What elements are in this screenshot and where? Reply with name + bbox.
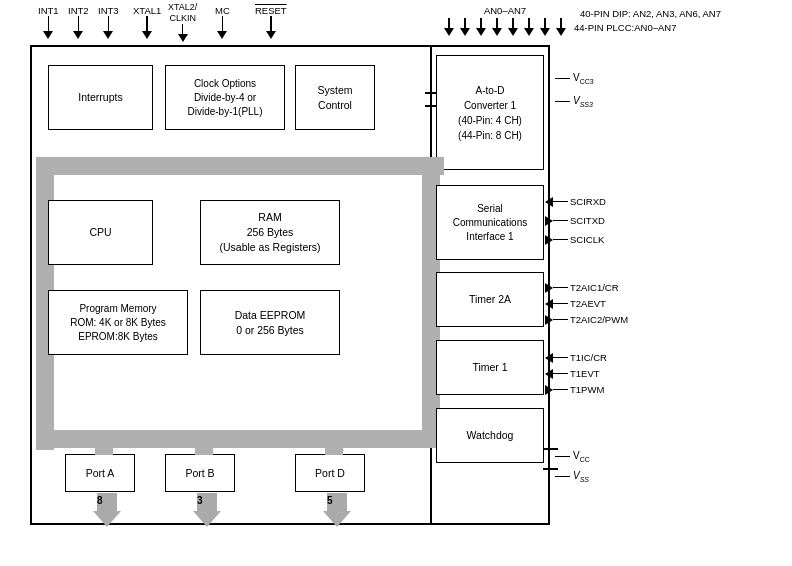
timer2a-block: Timer 2A (436, 272, 544, 327)
conn-atod-mid (425, 105, 437, 107)
clock-options-block: Clock OptionsDivide-by-4 orDivide-by-1(P… (165, 65, 285, 130)
t2aevt-signal: T2AEVT (545, 298, 606, 309)
cpu-block: CPU (48, 200, 153, 265)
xtal1-signal: XTAL1 (133, 5, 161, 39)
vcc-signal: VCC (555, 450, 590, 463)
atod-block: A-to-DConverter 1(40-Pin: 4 CH)(44-Pin: … (436, 55, 544, 170)
conn-atod-top (425, 92, 437, 94)
int3-signal: INT3 (98, 5, 119, 39)
timer1-block: Timer 1 (436, 340, 544, 395)
mc-signal: MC (215, 5, 230, 39)
port-a-conn (95, 430, 113, 455)
vss-signal: VSS (555, 470, 589, 483)
pin40-label: 40-PIN DIP: AN2, AN3, AN6, AN7 (580, 8, 721, 19)
port-d-block: Port D (295, 454, 365, 492)
port-b-block: Port B (165, 454, 235, 492)
data-eeprom-block: Data EEPROM0 or 256 Bytes (200, 290, 340, 355)
t1ic-signal: T1IC/CR (545, 352, 607, 363)
system-control-block: SystemControl (295, 65, 375, 130)
interrupts-block: Interrupts (48, 65, 153, 130)
top-bus (36, 157, 441, 175)
port-a-bus-label: 8 (97, 495, 103, 506)
vss3-signal: VSS3 (555, 95, 593, 108)
t1evt-signal: T1EVT (545, 368, 600, 379)
ram-block: RAM256 Bytes(Usable as Registers) (200, 200, 340, 265)
bus-connector-horiz (422, 157, 444, 175)
reset-signal: RESET (255, 5, 287, 39)
t1pwm-signal: T1PWM (545, 384, 604, 395)
scirxd-signal: SCIRXD (545, 196, 606, 207)
int2-signal: INT2 (68, 5, 89, 39)
t2aic1-signal: T2AIC1/CR (545, 282, 619, 293)
pin44-label: 44-PIN PLCC:AN0–AN7 (574, 22, 676, 33)
diagram-container: INT1 INT2 INT3 XTAL1 XTAL2/CLKIN MC RESE… (0, 0, 792, 566)
serial-comm-block: SerialCommunicationsInterface 1 (436, 185, 544, 260)
scitxd-signal: SCITXD (545, 215, 605, 226)
vcc3-signal: VCC3 (555, 72, 594, 85)
vcc-line (543, 448, 558, 450)
sciclk-signal: SCICLK (545, 234, 604, 245)
program-memory-block: Program MemoryROM: 4K or 8K BytesEPROM:8… (48, 290, 188, 355)
watchdog-block: Watchdog (436, 408, 544, 463)
port-b-conn (195, 430, 213, 455)
port-d-conn (325, 430, 343, 455)
port-d-bus-label: 5 (327, 495, 333, 506)
int1-signal: INT1 (38, 5, 59, 39)
port-b-bus-label: 3 (197, 495, 203, 506)
port-a-block: Port A (65, 454, 135, 492)
t2aic2-signal: T2AIC2/PWM (545, 314, 628, 325)
vss-line (543, 468, 558, 470)
xtal2-signal: XTAL2/CLKIN (168, 2, 197, 42)
an-signals: AN0–AN7 (455, 5, 555, 36)
